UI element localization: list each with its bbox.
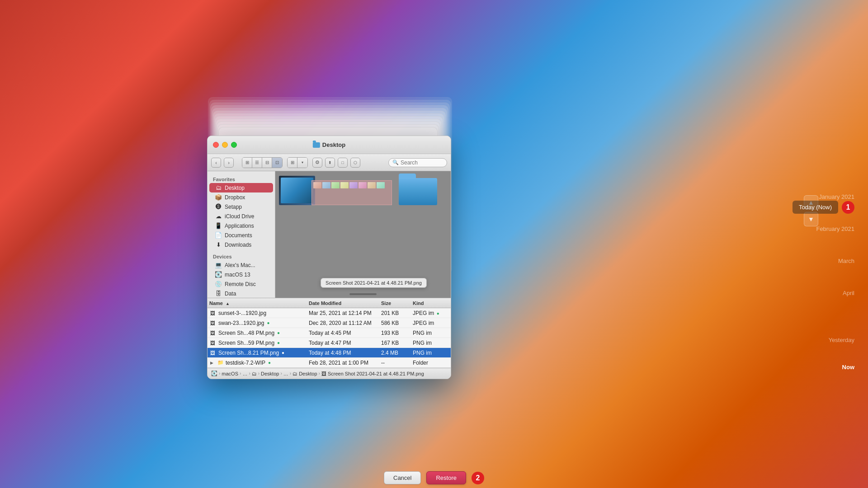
documents-icon: 📄	[215, 232, 222, 239]
action-button[interactable]: ⚙	[312, 158, 322, 168]
maximize-button[interactable]	[231, 142, 237, 148]
search-box[interactable]: 🔍	[388, 158, 447, 167]
expand-arrow[interactable]: ▶	[210, 361, 216, 365]
preview-scrollbar[interactable]	[349, 293, 377, 295]
path-bar: 💽 › macOS › … › 🗂 › Desktop › … › 🗂 Desk…	[208, 368, 451, 379]
finder-window: Desktop ‹ › ⊞ ☰ ⊟ ⊡ ⊞ ▾ ⚙ ⬆ □ ⬡ 🔍 Favori…	[207, 136, 451, 379]
status-dot: ●	[267, 320, 269, 325]
sidebar-item-downloads[interactable]: ⬇ Downloads	[209, 240, 273, 249]
more-button[interactable]: ⬡	[350, 158, 360, 168]
file-row[interactable]: 🖼 swan-23...1920.jpg ● Dec 28, 2020 at 1…	[208, 318, 451, 328]
finder-body: Favorites 🗂 Desktop 📦 Dropbox 🅢 Setapp ☁…	[208, 171, 451, 298]
file-icon: 🖼	[210, 330, 217, 336]
view-buttons: ⊞ ☰ ⊟ ⊡	[242, 157, 283, 168]
preview-content: Screen Shot 2021-04-21 at 4.48.21 PM.png	[275, 171, 451, 298]
file-row[interactable]: 🖼 Screen Sh...48 PM.png ● Today at 4:45 …	[208, 328, 451, 338]
file-icon: 🖼	[210, 350, 217, 356]
view-options-button[interactable]: □	[338, 158, 348, 168]
traffic-lights	[213, 142, 237, 148]
file-row[interactable]: 🖼 sunset-3-...1920.jpg Mar 25, 2021 at 1…	[208, 308, 451, 318]
mac-icon: 💻	[215, 262, 222, 268]
thumb-4	[340, 182, 349, 188]
sidebar-item-icloud[interactable]: ☁ iCloud Drive	[209, 211, 273, 221]
thumb-2	[322, 182, 330, 188]
list-view-button[interactable]: ☰	[252, 158, 262, 168]
icon-view-button[interactable]: ⊞	[242, 158, 252, 168]
restore-button[interactable]: Restore	[426, 471, 466, 484]
preview-folder	[399, 178, 437, 207]
sidebar-item-dropbox[interactable]: 📦 Dropbox	[209, 192, 273, 202]
window-title: Desktop	[313, 141, 345, 148]
forward-button[interactable]: ›	[224, 158, 234, 168]
dropbox-icon: 📦	[215, 194, 222, 201]
file-list-header: Name ▲ Date Modified Size Kind	[208, 298, 451, 308]
file-icon: 🖼	[210, 340, 217, 346]
sidebar: Favorites 🗂 Desktop 📦 Dropbox 🅢 Setapp ☁…	[208, 171, 275, 298]
sidebar-item-data[interactable]: 🗄 Data	[209, 289, 273, 298]
file-row[interactable]: 🖼 Screen Sh...59 PM.png ● Today at 4:47 …	[208, 338, 451, 348]
preview-thumbnails	[311, 180, 392, 205]
col-header-size[interactable]: Size	[379, 300, 411, 306]
sidebar-item-applications[interactable]: 📱 Applications	[209, 221, 273, 230]
devices-label: Devices	[208, 252, 275, 260]
preview-tooltip: Screen Shot 2021-04-21 at 4.48.21 PM.png	[321, 278, 427, 288]
sidebar-item-remotedisc[interactable]: 💿 Remote Disc	[209, 279, 273, 289]
restore-step-badge: 2	[472, 472, 484, 484]
tm-up-button[interactable]: ▲	[804, 195, 818, 210]
thumb-6	[359, 182, 367, 188]
close-button[interactable]	[213, 142, 219, 148]
file-icon: 🖼	[210, 320, 217, 326]
title-bar: Desktop	[208, 136, 451, 154]
status-dot: ●	[277, 340, 280, 345]
screenshot-thumbnail	[279, 176, 315, 205]
column-view-button[interactable]: ⊟	[262, 158, 272, 168]
desktop-icon: 🗂	[215, 184, 222, 191]
data-icon: 🗄	[215, 290, 222, 297]
thumb-3	[331, 182, 340, 188]
sidebar-item-macos[interactable]: 💽 macOS 13	[209, 270, 273, 279]
sidebar-item-setapp[interactable]: 🅢 Setapp	[209, 202, 273, 211]
disc-icon: 💿	[215, 281, 222, 287]
file-list-area: Name ▲ Date Modified Size Kind 🖼 sunset-…	[208, 298, 451, 368]
status-dot: ●	[268, 360, 271, 365]
folder-icon	[313, 142, 320, 148]
setapp-icon: 🅢	[215, 203, 222, 210]
sidebar-item-desktop[interactable]: 🗂 Desktop	[209, 183, 273, 192]
file-row-selected[interactable]: 🖼 Screen Sh...8.21 PM.png ● Today at 4:4…	[208, 348, 451, 358]
thumb-8	[377, 182, 385, 188]
col-header-kind[interactable]: Kind	[411, 300, 451, 306]
favorites-label: Favorites	[208, 175, 275, 183]
file-icon: 🖼	[210, 310, 217, 316]
back-button[interactable]: ‹	[211, 158, 221, 168]
thumb-1	[313, 182, 321, 188]
arrange-buttons: ⊞ ▾	[287, 157, 308, 168]
toolbar: ‹ › ⊞ ☰ ⊟ ⊡ ⊞ ▾ ⚙ ⬆ □ ⬡ 🔍	[208, 154, 451, 171]
arrange-button[interactable]: ⊞	[288, 158, 297, 168]
icloud-icon: ☁	[215, 213, 222, 220]
status-dot: ●	[282, 350, 284, 355]
status-dot: ●	[277, 330, 280, 335]
search-input[interactable]	[401, 160, 443, 166]
downloads-icon: ⬇	[215, 241, 222, 248]
cancel-button[interactable]: Cancel	[384, 471, 421, 484]
folder-icon: 📁	[217, 360, 224, 366]
thumb-5	[349, 182, 358, 188]
preview-area: Screen Shot 2021-04-21 at 4.48.21 PM.png	[275, 171, 451, 298]
hdd-icon: 💽	[211, 371, 217, 376]
gallery-view-button[interactable]: ⊡	[272, 158, 282, 168]
col-header-modified[interactable]: Date Modified	[307, 300, 379, 306]
col-header-name[interactable]: Name ▲	[208, 300, 307, 306]
share-button[interactable]: ⬆	[325, 158, 335, 168]
thumb-7	[368, 182, 376, 188]
arrange-dropdown[interactable]: ▾	[297, 158, 307, 168]
sidebar-item-documents[interactable]: 📄 Documents	[209, 230, 273, 240]
sort-arrow: ▲	[226, 301, 230, 306]
applications-icon: 📱	[215, 222, 222, 229]
tm-down-button[interactable]: ▼	[804, 212, 818, 226]
file-row-folder[interactable]: ▶ 📁 testdisk-7.2-WIP ● Feb 28, 2021 at 1…	[208, 358, 451, 368]
dialog-buttons: Cancel Restore 2	[384, 471, 484, 484]
sidebar-item-alexsmac[interactable]: 💻 Alex's Mac...	[209, 260, 273, 270]
status-dot: ●	[437, 311, 439, 316]
search-icon: 🔍	[392, 160, 399, 165]
minimize-button[interactable]	[222, 142, 228, 148]
